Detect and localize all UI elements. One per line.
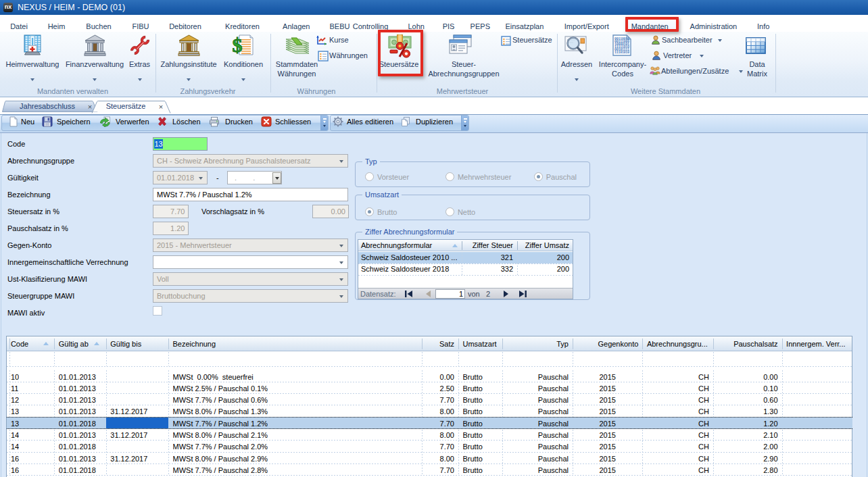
svg-text:11101010: 11101010 xyxy=(614,51,629,54)
svg-text:×: × xyxy=(159,103,163,111)
svg-text:Jahresabschluss: Jahresabschluss xyxy=(20,102,75,110)
svg-text:×: × xyxy=(88,103,92,111)
svg-text:$: $ xyxy=(233,34,243,56)
svg-text:Steuersätze: Steuersätze xyxy=(106,102,146,110)
